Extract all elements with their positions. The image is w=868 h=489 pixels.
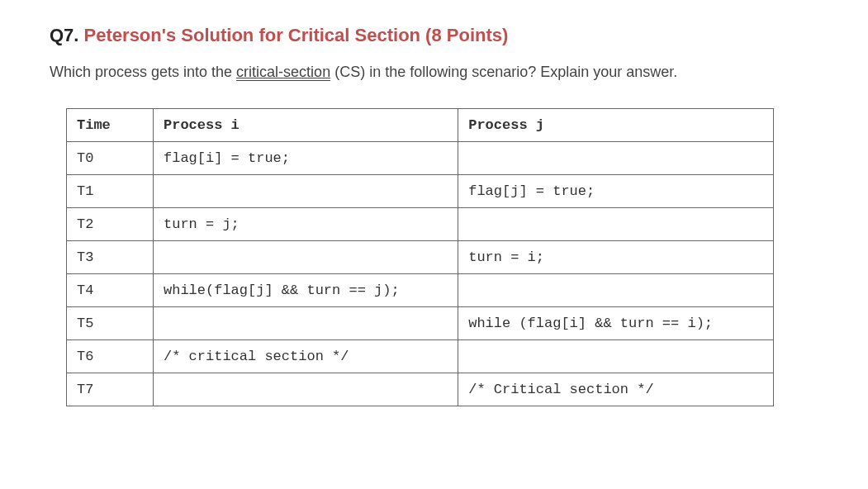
table-row: T5 while (flag[i] && turn == i); bbox=[67, 307, 774, 340]
cell-proc-j bbox=[458, 142, 773, 175]
table-row: T7 /* Critical section */ bbox=[67, 373, 774, 406]
cell-time: T1 bbox=[67, 175, 154, 208]
cell-proc-i: turn = j; bbox=[154, 208, 458, 241]
question-number: Q7. bbox=[50, 25, 78, 45]
table-row: T6 /* critical section */ bbox=[67, 340, 774, 373]
cell-proc-j bbox=[458, 208, 773, 241]
table-row: T1 flag[j] = true; bbox=[67, 175, 774, 208]
cell-proc-i: flag[i] = true; bbox=[154, 142, 458, 175]
cell-proc-i bbox=[154, 241, 458, 274]
table-row: T0 flag[i] = true; bbox=[67, 142, 774, 175]
cell-proc-j: turn = i; bbox=[458, 241, 773, 274]
question-body: Which process gets into the critical-sec… bbox=[50, 61, 818, 83]
cell-proc-i bbox=[154, 307, 458, 340]
cell-proc-j: while (flag[i] && turn == i); bbox=[458, 307, 773, 340]
cell-time: T6 bbox=[67, 340, 154, 373]
cell-time: T2 bbox=[67, 208, 154, 241]
cell-proc-j: /* Critical section */ bbox=[458, 373, 773, 406]
table-row: T4 while(flag[j] && turn == j); bbox=[67, 274, 774, 307]
scenario-table: Time Process i Process j T0 flag[i] = tr… bbox=[66, 108, 774, 406]
cell-time: T7 bbox=[67, 373, 154, 406]
cell-time: T3 bbox=[67, 241, 154, 274]
header-process-j: Process j bbox=[458, 109, 773, 142]
header-time: Time bbox=[67, 109, 154, 142]
header-process-i: Process i bbox=[154, 109, 458, 142]
cell-time: T5 bbox=[67, 307, 154, 340]
cell-proc-i bbox=[154, 373, 458, 406]
cell-proc-i bbox=[154, 175, 458, 208]
critical-section-term: critical-section bbox=[236, 64, 330, 80]
cell-proc-i: while(flag[j] && turn == j); bbox=[154, 274, 458, 307]
table-row: T2 turn = j; bbox=[67, 208, 774, 241]
cell-time: T0 bbox=[67, 142, 154, 175]
body-post: (CS) in the following scenario? Explain … bbox=[330, 64, 677, 80]
table-row: T3 turn = i; bbox=[67, 241, 774, 274]
cell-proc-j: flag[j] = true; bbox=[458, 175, 773, 208]
table-header-row: Time Process i Process j bbox=[67, 109, 774, 142]
cell-proc-i: /* critical section */ bbox=[154, 340, 458, 373]
cell-proc-j bbox=[458, 274, 773, 307]
question-title: Peterson's Solution for Critical Section… bbox=[84, 25, 509, 45]
cell-proc-j bbox=[458, 340, 773, 373]
cell-time: T4 bbox=[67, 274, 154, 307]
body-pre: Which process gets into the bbox=[50, 64, 236, 80]
question-header: Q7. Peterson's Solution for Critical Sec… bbox=[50, 25, 818, 46]
